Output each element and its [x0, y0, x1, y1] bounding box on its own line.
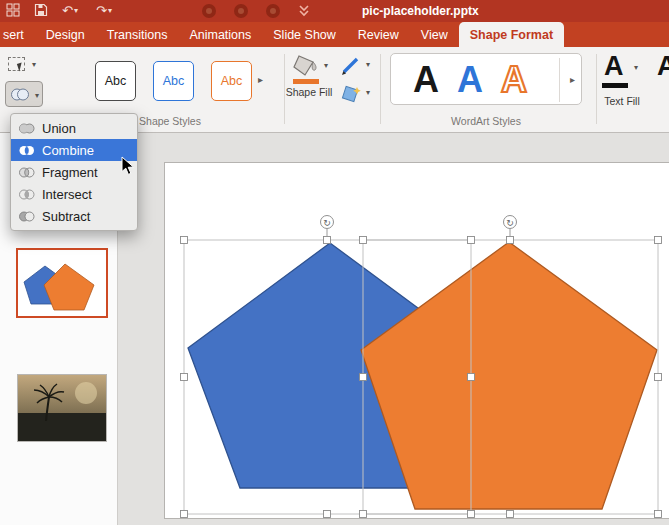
- shape-effects-button[interactable]: ▾: [340, 84, 364, 108]
- slide[interactable]: [164, 162, 669, 519]
- wordart-style-orange-outline[interactable]: A: [501, 56, 527, 104]
- select-tool-button[interactable]: ▾: [8, 54, 44, 76]
- menu-item-label: Subtract: [42, 209, 90, 224]
- merge-shapes-caret-icon: ▾: [35, 91, 39, 100]
- menu-item-label: Union: [42, 121, 76, 136]
- menu-item-label: Fragment: [42, 165, 98, 180]
- shape-effects-caret-icon: ▾: [366, 88, 370, 97]
- menu-item-fragment[interactable]: Fragment: [11, 161, 137, 183]
- tab-slide-show[interactable]: Slide Show: [262, 22, 347, 47]
- tab-shape-format[interactable]: Shape Format: [459, 22, 564, 47]
- shape-styles-more-icon[interactable]: ▸: [258, 74, 263, 85]
- subtract-icon: [18, 210, 36, 223]
- select-tool-caret-icon: ▾: [32, 60, 36, 69]
- wordart-gallery[interactable]: A A A ▸: [390, 53, 582, 105]
- powerpoint-window: ↶▾ ↷▾ pic-placeholder.pptx sert Design T…: [0, 0, 669, 525]
- titlebar: ↶▾ ↷▾ pic-placeholder.pptx: [0, 0, 669, 22]
- merge-shapes-button[interactable]: ▾: [5, 81, 43, 107]
- tab-view[interactable]: View: [410, 22, 459, 47]
- fragment-icon: [18, 166, 36, 179]
- menu-item-union[interactable]: Union: [11, 117, 137, 139]
- shape-fill-caret-icon: ▾: [324, 61, 328, 70]
- redo-icon[interactable]: ↷▾: [96, 3, 112, 19]
- undo-caret-icon[interactable]: ▾: [74, 6, 78, 15]
- text-fill-caret-icon: ▾: [634, 63, 638, 72]
- menu-item-label: Combine: [42, 143, 94, 158]
- group-label-wordart-styles: WordArt Styles: [390, 115, 582, 127]
- text-fill-label: Text Fill: [594, 95, 650, 107]
- save-icon[interactable]: [34, 3, 48, 19]
- toolbar-circle-icon[interactable]: [234, 4, 248, 18]
- group-separator: [596, 54, 597, 124]
- menu-item-label: Intersect: [42, 187, 92, 202]
- wordart-more-icon[interactable]: ▸: [570, 74, 575, 85]
- ribbon-tabbar: sert Design Transitions Animations Slide…: [0, 22, 669, 47]
- combine-icon: [18, 144, 36, 157]
- text-fill-letter: A: [604, 50, 624, 82]
- shape-outline-button[interactable]: ▾: [340, 56, 364, 80]
- wordart-style-black[interactable]: A: [413, 56, 439, 104]
- tab-insert[interactable]: sert: [0, 22, 35, 47]
- paint-bucket-icon: [291, 53, 321, 85]
- pencil-icon: [340, 56, 364, 76]
- merge-shapes-menu: Union Combine Fragment Inters: [10, 113, 138, 231]
- app-grid-icon[interactable]: [6, 3, 20, 19]
- shape-fill-label: Shape Fill: [283, 87, 335, 98]
- thumbnail-2-photo: [18, 375, 106, 441]
- shape-outline-caret-icon: ▾: [366, 60, 370, 69]
- union-icon: [18, 122, 36, 135]
- undo-icon[interactable]: ↶▾: [62, 3, 78, 19]
- text-fill-color-bar: [602, 83, 628, 88]
- shape-style-preset-3[interactable]: Abc: [211, 61, 252, 101]
- slide-thumbnail-1[interactable]: [16, 248, 108, 318]
- slide-thumbnail-2[interactable]: [17, 374, 107, 442]
- shape-effects-icon: [340, 84, 364, 104]
- shape-style-preset-1[interactable]: Abc: [95, 61, 136, 101]
- intersect-icon: [18, 188, 36, 201]
- group-separator: [380, 54, 381, 124]
- wordart-style-blue[interactable]: A: [457, 56, 483, 104]
- merge-shapes-icon: [9, 87, 31, 102]
- text-outline-button[interactable]: A: [657, 50, 669, 82]
- redo-caret-icon[interactable]: ▾: [108, 6, 112, 15]
- toolbar-circle-icon[interactable]: [202, 4, 216, 18]
- shape-fill-button[interactable]: ▾: [288, 53, 334, 117]
- menu-item-combine[interactable]: Combine: [11, 139, 137, 161]
- tab-review[interactable]: Review: [347, 22, 410, 47]
- tab-design[interactable]: Design: [35, 22, 96, 47]
- ribbon-collapse-icon[interactable]: [298, 3, 310, 19]
- gallery-divider: [559, 58, 560, 102]
- thumbnail-1-preview: [18, 250, 106, 316]
- menu-item-intersect[interactable]: Intersect: [11, 183, 137, 205]
- menu-item-subtract[interactable]: Subtract: [11, 205, 137, 227]
- tab-transitions[interactable]: Transitions: [96, 22, 179, 47]
- mouse-cursor: [121, 156, 135, 176]
- tab-animations[interactable]: Animations: [178, 22, 262, 47]
- shape-style-preset-2[interactable]: Abc: [153, 61, 194, 101]
- document-title: pic-placeholder.pptx: [362, 4, 479, 18]
- toolbar-circle-icon[interactable]: [266, 4, 280, 18]
